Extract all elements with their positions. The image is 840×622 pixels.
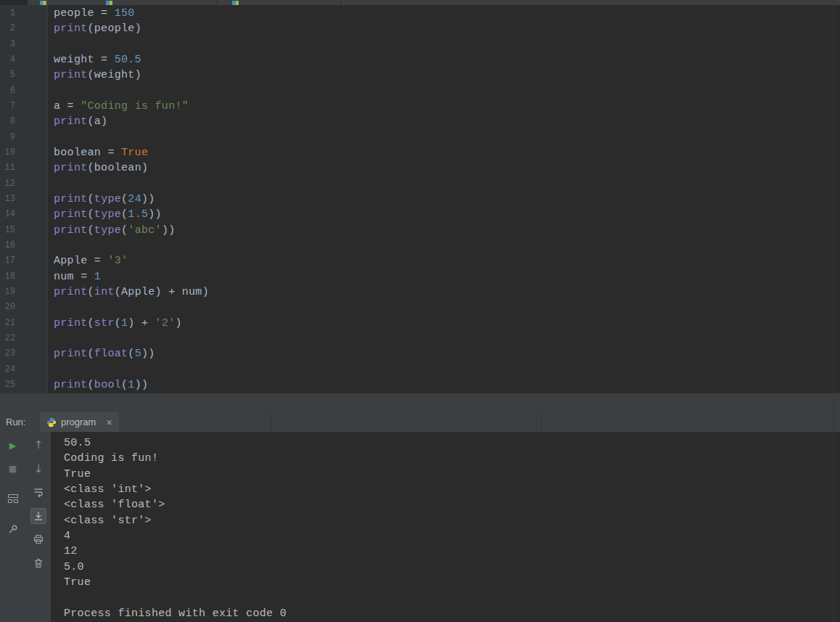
- line-number[interactable]: 13: [0, 192, 47, 207]
- run-console-panel: ▶ ■ ↑ ↓: [0, 432, 840, 622]
- header-divider: [271, 412, 271, 433]
- code-line[interactable]: [54, 130, 840, 145]
- code-line[interactable]: print(a): [54, 114, 840, 129]
- pin-tab-button[interactable]: [5, 521, 21, 537]
- line-number[interactable]: 6: [0, 83, 47, 99]
- code-lines[interactable]: people = 150print(people) weight = 50.5p…: [48, 5, 840, 393]
- line-number[interactable]: 21: [0, 316, 47, 331]
- editor-console-splitter[interactable]: [0, 393, 840, 411]
- line-number[interactable]: 10: [0, 145, 47, 160]
- console-output[interactable]: 50.5Coding is fun!True<class 'int'><clas…: [51, 432, 840, 622]
- code-line[interactable]: people = 150: [54, 6, 840, 21]
- line-number[interactable]: 20: [0, 300, 47, 315]
- tab-divider: [341, 0, 342, 5]
- code-line[interactable]: Apple = '3': [54, 253, 840, 269]
- code-line[interactable]: [54, 37, 840, 52]
- scroll-to-end-button[interactable]: [30, 508, 46, 524]
- code-line[interactable]: print(type(24)): [54, 192, 840, 207]
- console-line: True: [64, 467, 840, 482]
- code-line[interactable]: [54, 176, 840, 192]
- stop-icon: ■: [9, 464, 17, 474]
- line-number[interactable]: 18: [0, 269, 47, 285]
- pin-icon: [7, 523, 19, 535]
- rerun-button[interactable]: ▶: [5, 438, 21, 454]
- console-line: Coding is fun!: [64, 451, 840, 466]
- line-number[interactable]: 2: [0, 21, 47, 36]
- line-number[interactable]: 24: [0, 362, 47, 377]
- code-line[interactable]: [54, 238, 840, 253]
- console-line: 50.5: [64, 435, 840, 451]
- code-line[interactable]: print(type('abc')): [54, 223, 840, 238]
- scroll-to-end-icon: [33, 510, 44, 522]
- code-line[interactable]: [54, 362, 840, 377]
- restore-layout-button[interactable]: [5, 491, 21, 507]
- soft-wrap-button[interactable]: [30, 484, 46, 500]
- console-line: [64, 590, 840, 605]
- line-number[interactable]: 19: [0, 285, 47, 300]
- stop-button[interactable]: ■: [5, 461, 21, 477]
- run-label: Run:: [6, 412, 25, 433]
- header-divider: [541, 412, 542, 433]
- line-number[interactable]: 4: [0, 52, 47, 67]
- run-toolbar: ▶ ■: [0, 432, 25, 622]
- console-line: True: [64, 575, 840, 590]
- console-toolbar: ↑ ↓: [25, 432, 51, 622]
- close-icon[interactable]: ×: [106, 417, 112, 427]
- code-line[interactable]: print(bool(1)): [54, 377, 840, 393]
- code-line[interactable]: num = 1: [54, 269, 840, 285]
- tab-strip-left-segment: [0, 0, 28, 5]
- code-line[interactable]: print(boolean): [54, 160, 840, 176]
- console-line: 5.0: [64, 560, 840, 575]
- up-arrow-icon: ↑: [34, 438, 44, 451]
- console-line: <class 'float'>: [64, 497, 840, 512]
- code-line[interactable]: print(int(Apple) + num): [54, 285, 840, 300]
- line-number[interactable]: 3: [0, 37, 47, 52]
- code-line[interactable]: a = "Coding is fun!": [54, 99, 840, 114]
- line-number[interactable]: 1: [0, 6, 47, 21]
- down-arrow-icon: ↓: [34, 462, 44, 475]
- scrollbar-track-edge[interactable]: [833, 0, 834, 622]
- code-line[interactable]: print(people): [54, 21, 840, 36]
- line-number[interactable]: 23: [0, 346, 47, 361]
- printer-icon: [33, 533, 44, 545]
- up-stack-trace-button[interactable]: ↑: [30, 437, 46, 453]
- print-button[interactable]: [30, 531, 46, 547]
- line-number[interactable]: 25: [0, 377, 47, 393]
- console-line: 12: [64, 544, 840, 559]
- line-number[interactable]: 12: [0, 176, 47, 192]
- code-line[interactable]: print(float(5)): [54, 346, 840, 361]
- code-line[interactable]: [54, 331, 840, 346]
- console-line: <class 'int'>: [64, 482, 840, 497]
- line-number[interactable]: 22: [0, 331, 47, 346]
- console-line: Process finished with exit code 0: [64, 606, 840, 621]
- code-line[interactable]: print(str(1) + '2'): [54, 316, 840, 331]
- code-line[interactable]: boolean = True: [54, 145, 840, 160]
- console-line: 4: [64, 528, 840, 544]
- python-icon: [46, 417, 57, 427]
- line-number[interactable]: 7: [0, 99, 47, 114]
- code-line[interactable]: [54, 300, 840, 315]
- clear-all-button[interactable]: [30, 555, 46, 571]
- gutter[interactable]: 1234567891011121314151617181920212223242…: [0, 5, 48, 393]
- line-number[interactable]: 11: [0, 160, 47, 176]
- code-editor[interactable]: 1234567891011121314151617181920212223242…: [0, 5, 840, 393]
- trash-icon: [33, 557, 44, 569]
- play-icon: ▶: [9, 441, 16, 451]
- line-number[interactable]: 17: [0, 253, 47, 269]
- code-line[interactable]: print(type(1.5)): [54, 207, 840, 222]
- run-tab-program[interactable]: program ×: [40, 412, 119, 433]
- code-line[interactable]: weight = 50.5: [54, 52, 840, 67]
- code-line[interactable]: print(weight): [54, 67, 840, 83]
- run-tab-label: program: [61, 417, 96, 427]
- down-stack-trace-button[interactable]: ↓: [30, 461, 46, 477]
- line-number[interactable]: 8: [0, 114, 47, 129]
- line-number[interactable]: 15: [0, 223, 47, 238]
- line-number[interactable]: 9: [0, 130, 47, 145]
- console-line: <class 'str'>: [64, 513, 840, 528]
- line-number[interactable]: 16: [0, 238, 47, 253]
- layout-icon: [7, 493, 19, 504]
- line-number[interactable]: 5: [0, 67, 47, 83]
- code-line[interactable]: [54, 83, 840, 99]
- tab-divider: [217, 0, 218, 5]
- line-number[interactable]: 14: [0, 207, 47, 222]
